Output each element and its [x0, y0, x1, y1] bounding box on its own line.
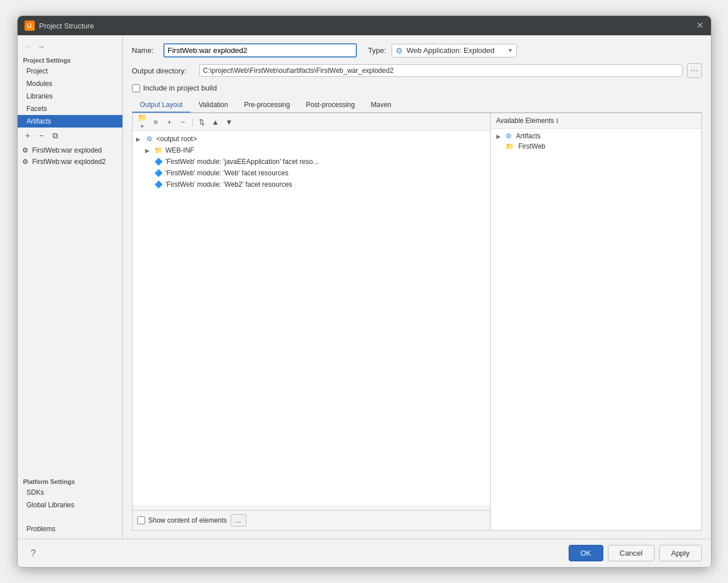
remove-button[interactable]: −: [177, 116, 190, 128]
artifact-icon-0: ⚙: [22, 146, 30, 154]
avail-artifacts-icon: ⚙: [505, 132, 512, 140]
sort-button[interactable]: ⇅: [196, 116, 208, 128]
output-dir-label: Output directory:: [132, 67, 195, 75]
title-bar: IJ Project Structure ✕: [18, 16, 711, 35]
minus-icon: −: [181, 118, 186, 126]
sidebar-item-artifacts[interactable]: Artifacts: [18, 115, 122, 128]
close-button[interactable]: ✕: [696, 22, 704, 30]
avail-node-firstweb[interactable]: ▶ 📁 FirstWeb: [491, 141, 701, 151]
facet-web2-icon: 🔷: [154, 180, 163, 189]
tree-node-output-root[interactable]: ▶ ⚙ <output root>: [133, 133, 490, 145]
tree-node-web-inf[interactable]: ▶ 📁 WEB-INF: [133, 145, 490, 156]
tab-output-layout[interactable]: Output Layout: [132, 98, 191, 113]
nav-arrows: ← →: [18, 39, 122, 55]
avail-node-artifacts[interactable]: ▶ ⚙ Artifacts: [491, 131, 701, 141]
sidebar: ← → Project Settings Project Modules Lib…: [18, 35, 123, 539]
artifact-item-1[interactable]: ⚙ FirstWeb:war exploded2: [18, 156, 122, 167]
main-content: Name: Type: ⚙ Web Application: Exploded …: [123, 35, 711, 539]
name-input[interactable]: [163, 43, 357, 58]
output-root-label: <output root>: [157, 135, 197, 143]
copy-artifact-button[interactable]: ⧉: [50, 130, 61, 141]
output-tree-toolbar: 📁+ ≡ + − ⇅: [133, 113, 490, 131]
sidebar-item-global-libraries[interactable]: Global Libraries: [18, 499, 122, 511]
name-type-row: Name: Type: ⚙ Web Application: Exploded …: [132, 43, 702, 58]
sidebar-item-libraries[interactable]: Libraries: [18, 90, 122, 102]
facet-web-icon: 🔷: [154, 169, 163, 178]
output-dir-input[interactable]: [199, 64, 682, 77]
project-settings-label: Project Settings: [18, 55, 122, 65]
move-down-button[interactable]: ▼: [223, 116, 236, 128]
expander-icon: ▶: [145, 147, 152, 154]
apply-button[interactable]: Apply: [659, 545, 702, 561]
type-dropdown-arrow-icon: ▼: [507, 47, 513, 54]
artifact-item-0[interactable]: ⚙ FirstWeb:war exploded: [18, 145, 122, 156]
add-button[interactable]: +: [163, 116, 176, 128]
help-button[interactable]: ?: [27, 547, 40, 560]
tree-node-facet-web2[interactable]: ▶ 🔷 'FirstWeb' module: 'Web2' facet reso…: [133, 179, 490, 190]
platform-settings-label: Platform Settings: [18, 476, 122, 486]
show-content-checkbox[interactable]: [137, 516, 145, 524]
tab-maven[interactable]: Maven: [363, 98, 399, 113]
name-label: Name:: [132, 46, 158, 55]
output-tree: ▶ ⚙ <output root> ▶ 📁 WEB-INF ▶: [133, 131, 490, 504]
avail-expander-empty: ▶: [496, 143, 503, 150]
info-icon: ℹ: [556, 117, 558, 125]
app-logo: IJ: [24, 20, 35, 31]
ok-button[interactable]: OK: [569, 545, 603, 561]
artifact-icon-1: ⚙: [22, 158, 30, 166]
available-elements-label: Available Elements: [496, 117, 554, 125]
expander-icon-empty: ▶: [145, 170, 152, 176]
show-content-label: Show content of elements: [149, 516, 227, 524]
title-bar-left: IJ Project Structure: [24, 20, 94, 31]
bottom-toolbar: Show content of elements ...: [133, 510, 490, 530]
dialog-body: ← → Project Settings Project Modules Lib…: [18, 35, 711, 539]
sidebar-item-problems[interactable]: Problems: [18, 523, 122, 535]
more-button[interactable]: ...: [231, 514, 246, 527]
tab-validation[interactable]: Validation: [191, 98, 236, 113]
nav-forward-button[interactable]: →: [36, 41, 47, 52]
output-tree-panel: 📁+ ≡ + − ⇅: [133, 113, 491, 530]
expander-icon-empty: ▶: [145, 182, 152, 188]
sidebar-item-sdks[interactable]: SDKs: [18, 486, 122, 499]
facet-javaee-icon: 🔷: [154, 157, 163, 166]
tab-post-processing[interactable]: Post-processing: [298, 98, 363, 113]
list-view-button[interactable]: ≡: [150, 116, 162, 128]
web-inf-label: WEB-INF: [166, 146, 195, 154]
tab-pre-processing[interactable]: Pre-processing: [236, 98, 298, 113]
add-artifact-button[interactable]: +: [22, 130, 34, 141]
expander-icon: ▶: [136, 136, 143, 142]
up-icon: ▲: [212, 118, 219, 126]
tree-scrollbar[interactable]: [133, 504, 490, 510]
add-element-button[interactable]: 📁+: [136, 116, 149, 128]
tree-node-facet-javaee[interactable]: ▶ 🔷 'FirstWeb' module: 'javaEEApplicatio…: [133, 156, 490, 167]
type-select[interactable]: ⚙ Web Application: Exploded ▼: [392, 44, 517, 58]
tab-content: 📁+ ≡ + − ⇅: [132, 113, 702, 531]
output-dir-row: Output directory: ⋯: [132, 63, 702, 78]
sort-icon: ⇅: [199, 118, 205, 126]
remove-artifact-button[interactable]: −: [36, 130, 47, 141]
avail-artifacts-label: Artifacts: [516, 132, 541, 140]
nav-back-button[interactable]: ←: [22, 41, 34, 52]
sidebar-item-project[interactable]: Project: [18, 65, 122, 77]
help-icon: ?: [31, 548, 36, 559]
tabs-bar: Output Layout Validation Pre-processing …: [132, 98, 702, 113]
sidebar-item-facets[interactable]: Facets: [18, 102, 122, 115]
include-build-checkbox[interactable]: [132, 84, 140, 92]
include-build-label: Include in project build: [143, 84, 217, 92]
browse-icon: ⋯: [690, 66, 698, 75]
move-up-button[interactable]: ▲: [209, 116, 222, 128]
down-icon: ▼: [225, 118, 233, 126]
avail-firstweb-label: FirstWeb: [519, 142, 546, 150]
type-select-text: Web Application: Exploded: [406, 46, 504, 55]
sidebar-item-modules[interactable]: Modules: [18, 77, 122, 90]
facet-web-label: 'FirstWeb' module: 'Web' facet resources: [166, 169, 289, 177]
dialog-footer: ? OK Cancel Apply: [18, 539, 711, 567]
plus-icon: +: [167, 118, 172, 126]
project-structure-dialog: IJ Project Structure ✕ ← → Project Setti…: [17, 15, 711, 568]
available-header: Available Elements ℹ: [491, 113, 701, 129]
tree-node-facet-web[interactable]: ▶ 🔷 'FirstWeb' module: 'Web' facet resou…: [133, 167, 490, 179]
cancel-button[interactable]: Cancel: [608, 545, 655, 561]
browse-dir-button[interactable]: ⋯: [687, 63, 702, 78]
artifact-list-toolbar: + − ⧉: [18, 128, 122, 143]
facet-javaee-label: 'FirstWeb' module: 'javaEEApplication' f…: [166, 158, 319, 166]
